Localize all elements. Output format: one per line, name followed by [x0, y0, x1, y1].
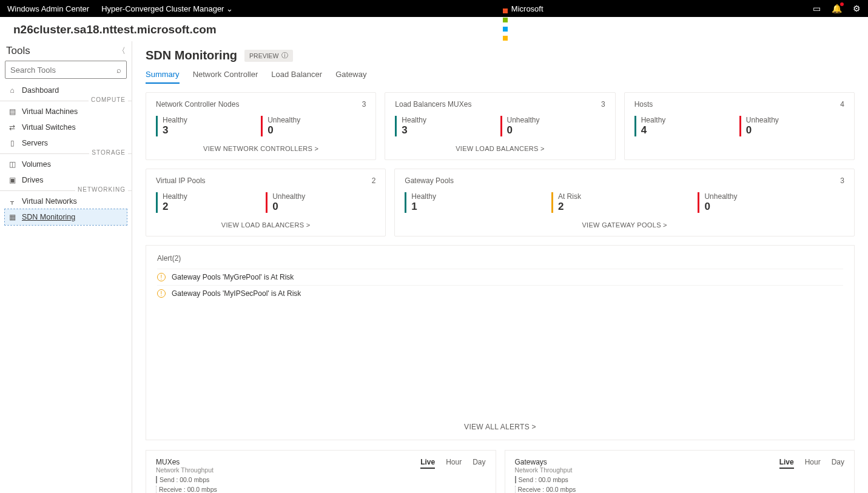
warning-icon: ! — [157, 273, 166, 281]
module-label: Hyper-Converged Cluster Manager — [101, 4, 224, 13]
warning-icon: ! — [157, 289, 166, 298]
volume-icon: ◫ — [7, 160, 17, 169]
sidebar-item-label: Virtual Networks — [22, 197, 77, 206]
card-total: 2 — [372, 176, 376, 185]
tab-load-balancer[interactable]: Load Balancer — [271, 66, 322, 84]
alert-text: Gateway Pools 'MyIPSecPool' is At Risk — [172, 289, 301, 298]
sidebar-item-label: Servers — [22, 139, 48, 147]
card-title: Virtual IP Pools — [156, 176, 206, 185]
sidebar-item-volumes[interactable]: ◫ Volumes — [5, 156, 127, 172]
card-gateway-pools: Gateway Pools3 Healthy1 At Risk2 Unhealt… — [394, 169, 855, 236]
legend-send: Send : 00.0 mbps — [156, 476, 217, 483]
card-title: Network Controller Nodes — [156, 100, 239, 109]
time-tab-day[interactable]: Day — [473, 458, 485, 469]
view-load-balancers-link-2[interactable]: VIEW LOAD BALANCERS > — [156, 221, 375, 229]
card-hosts: Hosts4 Healthy4 Unhealthy0 — [624, 92, 855, 160]
topbar: Windows Admin Center Hyper-Converged Clu… — [0, 0, 868, 17]
view-all-alerts-link[interactable]: VIEW ALL ALERTS > — [157, 423, 843, 431]
stat-unhealthy: Unhealthy0 — [698, 192, 844, 213]
sidebar-item-label: Drives — [22, 176, 43, 184]
preview-badge: PREVIEW ⓘ — [244, 50, 292, 62]
legend-receive: Receive : 00.0 mbps — [156, 486, 217, 493]
vm-icon: ▤ — [7, 107, 17, 116]
tab-network-controller[interactable]: Network Controller — [193, 66, 258, 84]
legend-receive: Receive : 00.0 mbps — [515, 486, 576, 493]
sidebar-item-virtual-switches[interactable]: ⇄ Virtual Switches — [5, 119, 127, 135]
chevron-down-icon: ⌄ — [226, 4, 233, 13]
alert-row[interactable]: ! Gateway Pools 'MyIPSecPool' is At Risk — [157, 285, 843, 301]
sidebar-item-label: Dashboard — [22, 86, 59, 95]
stat-healthy: Healthy3 — [395, 116, 500, 136]
card-total: 4 — [840, 100, 844, 109]
card-network-controller-nodes: Network Controller Nodes3 Healthy3 Unhea… — [146, 92, 376, 160]
card-title: Hosts — [634, 100, 653, 109]
card-total: 3 — [601, 100, 605, 109]
chart-subtitle: Network Throughput — [156, 466, 217, 474]
legend-send: Send : 00.0 mbps — [515, 476, 576, 483]
alert-row[interactable]: ! Gateway Pools 'MyGrePool' is At Risk — [157, 269, 843, 285]
sidebar-item-sdn-monitoring[interactable]: ▦ SDN Monitoring — [5, 209, 127, 225]
section-storage: STORAGE — [0, 153, 132, 154]
page-title: SDN Monitoring — [146, 49, 237, 62]
chart-title: Gateways — [515, 458, 576, 466]
card-load-balancer-muxes: Load Balancers MUXes3 Healthy3 Unhealthy… — [385, 92, 615, 160]
search-icon: ⌕ — [116, 65, 121, 75]
drive-icon: ▣ — [7, 176, 17, 184]
sidebar-item-label: Virtual Machines — [22, 107, 78, 116]
sidebar-item-label: Virtual Switches — [22, 123, 76, 132]
view-load-balancers-link[interactable]: VIEW LOAD BALANCERS > — [395, 145, 605, 152]
chart-title: MUXes — [156, 458, 217, 466]
alerts-title: Alert(2) — [157, 254, 843, 263]
section-networking: NETWORKING — [0, 190, 132, 191]
card-alerts: Alert(2) ! Gateway Pools 'MyGrePool' is … — [146, 245, 855, 440]
app-title[interactable]: Windows Admin Center — [7, 4, 89, 13]
module-dropdown[interactable]: Hyper-Converged Cluster Manager ⌄ — [101, 4, 233, 13]
microsoft-logo-icon — [503, 6, 508, 11]
stat-healthy: Healthy4 — [634, 116, 739, 136]
sidebar: Tools 〈 ⌕ ⌂ Dashboard COMPUTE ▤ Virtual … — [0, 41, 132, 493]
stat-unhealthy: Unhealthy0 — [261, 116, 366, 136]
time-tab-hour[interactable]: Hour — [805, 458, 821, 469]
sidebar-item-label: SDN Monitoring — [22, 213, 75, 221]
time-tab-live[interactable]: Live — [420, 458, 435, 469]
search-tools-field[interactable] — [10, 65, 116, 75]
server-icon: ▯ — [7, 139, 17, 147]
tools-heading: Tools — [6, 45, 30, 57]
stat-unhealthy: Unhealthy0 — [500, 116, 605, 136]
chart-muxes: MUXes Network Throughput Send : 00.0 mbp… — [146, 450, 496, 493]
view-network-controllers-link[interactable]: VIEW NETWORK CONTROLLERS > — [156, 145, 366, 152]
brand-label: Microsoft — [511, 4, 543, 13]
info-icon: ⓘ — [281, 52, 288, 60]
chart-subtitle: Network Throughput — [515, 466, 576, 474]
search-tools-input[interactable]: ⌕ — [5, 61, 127, 79]
view-gateway-pools-link[interactable]: VIEW GATEWAY POOLS > — [405, 221, 844, 229]
stat-unhealthy: Unhealthy0 — [266, 192, 375, 213]
stat-healthy: Healthy2 — [156, 192, 266, 213]
card-virtual-ip-pools: Virtual IP Pools2 Healthy2 Unhealthy0 VI… — [146, 169, 386, 236]
time-tab-live[interactable]: Live — [779, 458, 794, 469]
time-tab-day[interactable]: Day — [832, 458, 844, 469]
time-tab-hour[interactable]: Hour — [446, 458, 462, 469]
collapse-sidebar-icon[interactable]: 〈 — [118, 45, 126, 56]
sidebar-item-virtual-machines[interactable]: ▤ Virtual Machines — [5, 104, 127, 119]
tab-gateway[interactable]: Gateway — [335, 66, 366, 84]
settings-icon[interactable]: ⚙ — [853, 4, 861, 13]
cluster-title: n26cluster.sa18.nttest.microsoft.com — [0, 17, 868, 41]
sidebar-item-virtual-networks[interactable]: ᚁ Virtual Networks — [5, 193, 127, 209]
card-title: Gateway Pools — [405, 176, 454, 185]
stat-unhealthy: Unhealthy0 — [739, 116, 844, 136]
chart-gateways: Gateways Network Throughput Send : 00.0 … — [505, 450, 855, 493]
switch-icon: ⇄ — [7, 123, 17, 132]
page-tabs: Summary Network Controller Load Balancer… — [146, 66, 855, 84]
stat-healthy: Healthy3 — [156, 116, 261, 136]
tab-summary[interactable]: Summary — [146, 66, 180, 84]
time-range-tabs: Live Hour Day — [420, 458, 485, 469]
home-icon: ⌂ — [7, 86, 17, 95]
main-content: SDN Monitoring PREVIEW ⓘ Summary Network… — [132, 41, 868, 493]
stat-at-risk: At Risk2 — [551, 192, 698, 213]
monitor-icon: ▦ — [7, 213, 17, 221]
network-icon: ᚁ — [7, 197, 17, 206]
screen-icon[interactable]: ▭ — [813, 4, 821, 13]
card-total: 3 — [840, 176, 844, 185]
notifications-icon[interactable]: 🔔 — [832, 4, 842, 13]
